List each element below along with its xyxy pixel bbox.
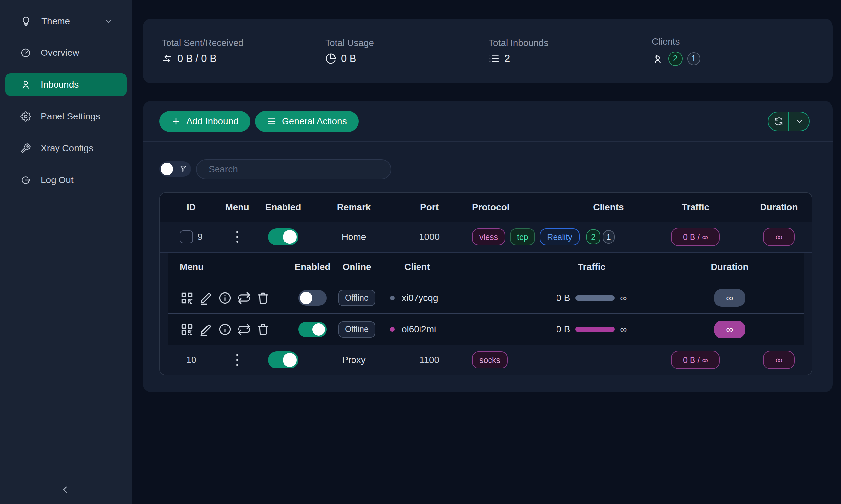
client-row-ol60i2mi: Offline ol60i2mi 0 B ∞ ∞ — [168, 313, 804, 344]
toolbar-divider — [143, 141, 833, 142]
row-menu-button[interactable] — [234, 229, 240, 245]
collapse-row-button[interactable] — [180, 230, 193, 244]
stat-label: Total Sent/Received — [161, 38, 243, 48]
online-status-badge: Offline — [338, 321, 375, 338]
toolbar: Add Inbound General Actions — [143, 101, 833, 141]
info-button[interactable] — [218, 322, 232, 337]
traffic-limit: ∞ — [620, 292, 627, 304]
theme-label: Theme — [41, 16, 70, 26]
header-id: ID — [160, 202, 222, 213]
refresh-icon — [774, 116, 784, 126]
delete-button[interactable] — [256, 322, 270, 337]
traffic-progress-bar — [575, 327, 615, 332]
clients-online-badge: 2 — [668, 52, 683, 66]
client-table-header: Menu Enabled Online Client Traffic Durat… — [168, 253, 804, 282]
stat-label: Total Inbounds — [488, 38, 548, 48]
search-input[interactable] — [196, 160, 391, 179]
stats-card: Total Sent/Received 0 B / 0 B Total Usag… — [143, 19, 833, 83]
refresh-button[interactable] — [768, 112, 788, 131]
client-row-xi07ycqg: Offline xi07ycqg 0 B ∞ ∞ — [168, 282, 804, 313]
stat-label: Clients — [652, 36, 700, 47]
expanded-clients-section: Menu Enabled Online Client Traffic Durat… — [160, 252, 812, 344]
stat-clients: Clients 2 1 — [652, 19, 700, 83]
filter-toggle[interactable] — [159, 161, 191, 177]
chevron-down-icon — [104, 17, 113, 25]
client-header-client: Client — [381, 262, 513, 272]
duration-pill: ∞ — [763, 228, 795, 246]
edit-button[interactable] — [199, 322, 213, 337]
reset-traffic-button[interactable] — [237, 291, 251, 305]
logout-icon — [20, 175, 31, 185]
traffic-limit: ∞ — [620, 324, 627, 335]
refresh-options-button[interactable] — [788, 112, 809, 131]
sidebar-item-inbounds[interactable]: Inbounds — [5, 73, 127, 96]
sidebar-item-label: Inbounds — [41, 79, 79, 90]
menu-lines-icon — [267, 116, 277, 126]
inbound-remark: Proxy — [314, 355, 393, 365]
row-menu-button[interactable] — [234, 352, 240, 368]
qrcode-button[interactable] — [180, 322, 194, 337]
reset-traffic-button[interactable] — [237, 322, 251, 337]
gauge-icon — [20, 48, 31, 58]
stat-total-inbounds: Total Inbounds 2 — [488, 19, 548, 83]
stat-value: 2 — [504, 53, 510, 65]
gear-icon — [20, 111, 31, 122]
client-header-duration: Duration — [670, 262, 789, 272]
client-header-menu: Menu — [168, 262, 293, 272]
traffic-used: 0 B — [556, 324, 570, 335]
inbounds-panel: Add Inbound General Actions — [143, 101, 833, 392]
inbounds-table: ID Menu Enabled Remark Port Protocol Cli… — [159, 192, 812, 375]
edit-button[interactable] — [199, 291, 213, 305]
sidebar-nav: Overview Inbounds Panel Settings Xray Co… — [0, 41, 132, 192]
toggle-knob — [161, 163, 173, 175]
delete-button[interactable] — [256, 291, 270, 305]
client-duration-pill: ∞ — [714, 289, 745, 307]
sidebar-item-xray-configs[interactable]: Xray Configs — [5, 137, 127, 160]
sidebar-item-overview[interactable]: Overview — [5, 41, 127, 64]
table-header: ID Menu Enabled Remark Port Protocol Cli… — [160, 193, 812, 222]
traffic-pill: 0 B / ∞ — [671, 351, 720, 369]
client-enabled-toggle[interactable] — [298, 290, 327, 306]
online-status-badge: Offline — [338, 290, 375, 306]
general-actions-button[interactable]: General Actions — [255, 111, 359, 132]
traffic-progress-bar — [575, 295, 615, 301]
client-header-enabled: Enabled — [293, 262, 332, 272]
lightbulb-icon — [20, 16, 32, 27]
theme-selector[interactable]: Theme — [0, 10, 132, 33]
general-actions-label: General Actions — [282, 116, 347, 127]
sidebar-item-label: Overview — [41, 48, 79, 58]
traffic-pill: 0 B / ∞ — [671, 228, 720, 246]
stat-total-usage: Total Usage 0 B — [325, 19, 374, 83]
funnel-icon — [179, 165, 188, 173]
xray-panel-app: Theme Overview Inbounds — [0, 0, 841, 504]
client-color-dot — [390, 327, 395, 332]
client-name: xi07ycqg — [402, 293, 438, 303]
person-icon — [20, 79, 31, 90]
table-row-inbound-9: 9 Home 1000 vless tcp Reality 2 1 0 B / … — [160, 222, 812, 252]
protocol-badge-socks: socks — [472, 352, 508, 368]
inbound-enabled-toggle[interactable] — [268, 352, 298, 368]
wrench-icon — [20, 143, 31, 154]
sidebar-item-panel-settings[interactable]: Panel Settings — [5, 105, 127, 128]
client-header-online: Online — [332, 262, 381, 272]
row-clients-online-badge: 2 — [586, 229, 600, 245]
client-color-dot — [390, 295, 395, 300]
duration-pill: ∞ — [763, 351, 795, 369]
stat-value: 0 B / 0 B — [177, 53, 217, 65]
inbound-id: 10 — [186, 355, 196, 365]
inbound-remark: Home — [314, 232, 393, 242]
sidebar-item-logout[interactable]: Log Out — [5, 169, 127, 192]
client-header-traffic: Traffic — [513, 262, 670, 272]
sidebar-collapse-button[interactable] — [55, 480, 75, 499]
add-inbound-button[interactable]: Add Inbound — [159, 111, 250, 132]
row-clients-total-badge: 1 — [603, 230, 615, 244]
header-port: Port — [393, 202, 465, 213]
header-enabled: Enabled — [252, 202, 314, 213]
client-enabled-toggle[interactable] — [298, 322, 327, 337]
chevron-left-icon — [60, 484, 70, 495]
inbound-enabled-toggle[interactable] — [268, 228, 298, 246]
sidebar-item-label: Log Out — [41, 175, 73, 185]
inbound-port: 1100 — [393, 355, 465, 365]
info-button[interactable] — [218, 291, 232, 305]
qrcode-button[interactable] — [180, 291, 194, 305]
